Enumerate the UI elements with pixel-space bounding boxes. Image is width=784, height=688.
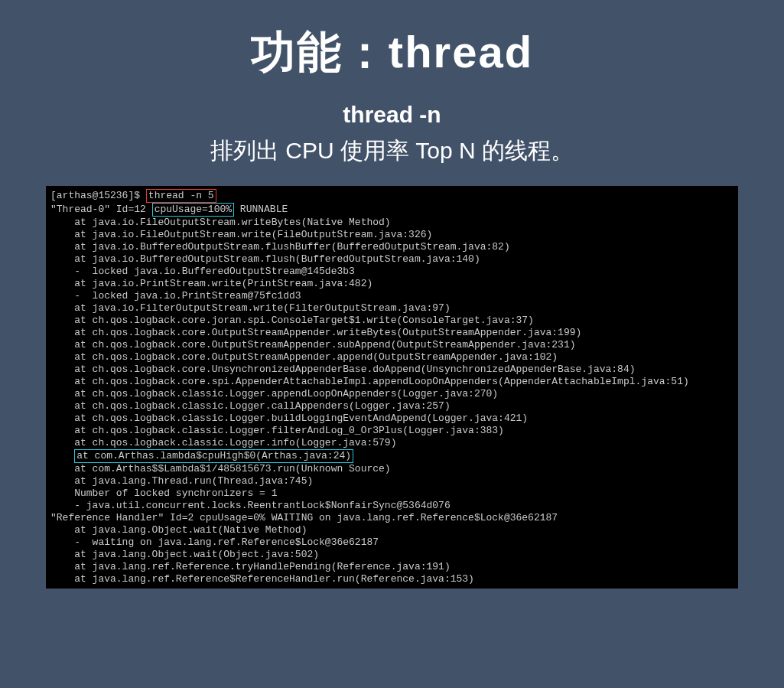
stack-trace-2: at com.Arthas$$Lambda$1/485815673.run(Un… [50,463,734,585]
stack-line: at java.lang.ref.Reference.tryHandlePend… [50,561,734,573]
stack-line: at java.io.FileOutputStream.write(FileOu… [50,229,734,241]
stack-line: at java.io.PrintStream.write(PrintStream… [50,278,734,290]
stack-line: at ch.qos.logback.core.spi.AppenderAttac… [50,376,734,388]
stack-line: at java.io.BufferedOutputStream.flush(Bu… [50,253,734,266]
stack-line: "Reference Handler" Id=2 cpuUsage=0% WAI… [50,512,734,524]
stack-line: at java.io.FilterOutputStream.write(Filt… [50,302,734,315]
stack-line: at java.lang.Object.wait(Native Method) [50,524,734,536]
command-highlight: thread -n 5 [146,189,216,203]
terminal-prompt: [arthas@15236]$ [50,190,146,201]
stack-line: - java.util.concurrent.locks.ReentrantLo… [50,500,734,512]
stack-line: - locked java.io.BufferedOutputStream@14… [50,266,734,278]
stack-line: at ch.qos.logback.classic.Logger.filterA… [50,425,734,437]
stack-line: at ch.qos.logback.core.UnsynchronizedApp… [50,364,734,376]
slide-title: 功能：thread [251,23,533,83]
cpu-usage-highlight: cpuUsage=100% [152,203,234,217]
stack-line: at ch.qos.logback.core.OutputStreamAppen… [50,351,734,364]
stack-line: Number of locked synchronizers = 1 [50,487,734,500]
stack-line: at ch.qos.logback.classic.Logger.appendL… [50,388,734,400]
stack-line: at java.lang.Thread.run(Thread.java:745) [50,475,734,487]
stack-line: at com.Arthas$$Lambda$1/485815673.run(Un… [50,463,734,475]
slide-description: 排列出 CPU 使用率 Top N 的线程。 [210,135,574,167]
stack-line: at ch.qos.logback.classic.Logger.info(Lo… [50,437,734,449]
stack-line: at ch.qos.logback.classic.Logger.callApp… [50,400,734,412]
stack-line: - locked java.io.PrintStream@75fc1dd3 [50,290,734,302]
stack-line: at java.lang.Object.wait(Object.java:502… [50,549,734,561]
stack-trace-1: at java.io.FileOutputStream.writeBytes(N… [50,217,734,449]
stack-line: at ch.qos.logback.core.OutputStreamAppen… [50,327,734,339]
stack-line: at ch.qos.logback.classic.Logger.buildLo… [50,412,734,425]
stack-line: at java.io.FileOutputStream.writeBytes(N… [50,217,734,229]
slide: 功能：thread thread -n 排列出 CPU 使用率 Top N 的线… [0,0,784,688]
thread-info-pre: "Thread-0" Id=12 [50,204,152,215]
terminal-output: [arthas@15236]$ thread -n 5"Thread-0" Id… [46,186,738,589]
stack-line: at ch.qos.logback.core.OutputStreamAppen… [50,339,734,351]
highlight-pre [50,450,74,461]
stack-line: - waiting on java.lang.ref.Reference$Loc… [50,536,734,549]
stack-line: at ch.qos.logback.core.joran.spi.Console… [50,315,734,327]
stack-line: at java.io.BufferedOutputStream.flushBuf… [50,241,734,253]
thread-info-post: RUNNABLE [234,204,288,215]
arthas-line-highlight: at com.Arthas.lambda$cpuHigh$0(Arthas.ja… [74,449,353,463]
slide-subtitle: thread -n [343,102,441,128]
stack-line: at java.lang.ref.Reference$ReferenceHand… [50,573,734,585]
